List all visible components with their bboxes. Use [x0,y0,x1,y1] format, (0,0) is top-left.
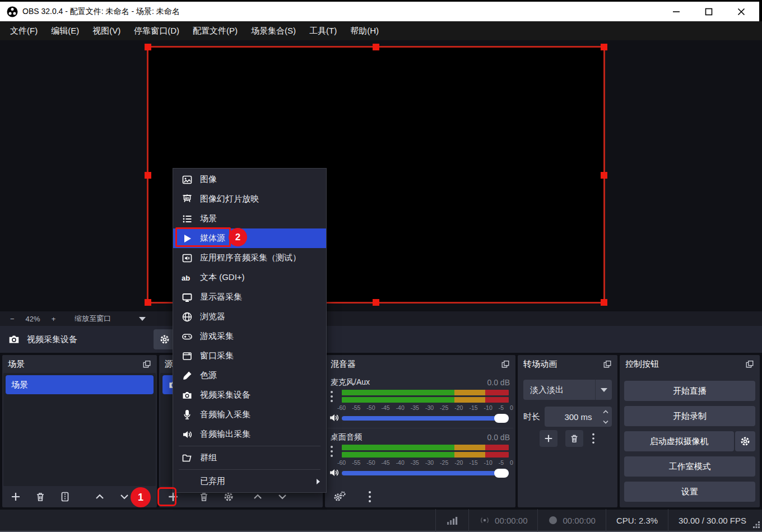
popout-icon[interactable] [745,360,754,368]
volume-meter [342,445,509,459]
popout-icon[interactable] [142,360,151,368]
transition-select[interactable]: 淡入淡出 [523,380,612,400]
advanced-audio-properties-button[interactable] [333,491,346,502]
resize-handle-top-right[interactable] [601,44,607,50]
move-scene-down-button[interactable] [119,491,130,502]
menu-item-audio-output-capture[interactable]: 音频输出采集 [173,424,326,444]
meter-scale-label: -40 [396,404,405,411]
meter-scale-label: -55 [352,404,360,411]
cpu-usage: CPU: 2.3% [606,509,668,531]
menu-docks[interactable]: 停靠窗口(D) [127,21,186,40]
menu-item-window-capture[interactable]: 窗口采集 [173,346,326,366]
zoom-level: 42% [20,315,46,323]
add-scene-button[interactable] [10,491,21,502]
menu-view[interactable]: 视图(V) [86,21,127,40]
start-streaming-button[interactable]: 开始直播 [624,381,755,401]
transition-kebab-menu-icon[interactable] [591,432,596,445]
resize-handle-middle-left[interactable] [145,172,151,179]
menu-item-audio-input-capture[interactable]: 音频输入采集 [173,405,326,424]
resize-handle-top-center[interactable] [373,44,379,50]
meter-scale-label: -20 [454,404,463,411]
menu-item-app-audio-capture[interactable]: 应用程序音频采集（测试） [173,248,326,268]
annotation-box-media-source [175,227,231,247]
duration-decrease-button[interactable] [600,417,612,427]
meter-scale-label: -45 [381,404,389,411]
meter-scale-label: -15 [469,459,477,466]
resize-grip[interactable] [752,521,760,529]
remove-scene-button[interactable] [35,491,46,502]
menu-separator [173,468,326,472]
start-virtual-camera-button[interactable]: 启动虚拟摄像机 [624,431,734,451]
kebab-menu-icon[interactable] [329,445,334,458]
move-source-down-button[interactable] [277,491,288,502]
menu-item-color-source[interactable]: 色源 [173,366,326,385]
menu-tools[interactable]: 工具(T) [303,21,343,40]
menu-item-text-gdi[interactable]: ab 文本 (GDI+) [173,268,326,287]
menu-edit[interactable]: 编辑(E) [44,21,86,40]
transitions-panel: 转场动画 淡入淡出 时长 300 ms [518,355,617,507]
zoom-out-button[interactable]: − [4,315,20,323]
menu-item-browser[interactable]: 浏览器 [173,307,326,326]
menu-help[interactable]: 帮助(H) [343,21,385,40]
meter-scale-label: -30 [425,459,434,466]
resize-handle-bottom-left[interactable] [145,299,151,306]
menu-item-game-capture[interactable]: 游戏采集 [173,326,326,346]
volume-slider-handle[interactable] [494,469,509,478]
start-recording-button[interactable]: 开始录制 [624,406,755,426]
resize-handle-bottom-right[interactable] [601,299,607,306]
menu-item-scene[interactable]: 场景 [173,209,326,228]
menu-file[interactable]: 文件(F) [3,21,44,40]
zoom-dropdown-caret-icon[interactable] [139,317,146,321]
studio-mode-button[interactable]: 工作室模式 [624,456,755,477]
menu-item-slideshow[interactable]: 图像幻灯片放映 [173,189,326,209]
menu-item-image[interactable]: 图像 [173,170,326,189]
maximize-button[interactable] [693,2,725,21]
resize-handle-top-left[interactable] [145,44,151,50]
remove-transition-button[interactable] [565,430,583,447]
duration-spinbox[interactable]: 300 ms [545,407,612,427]
channel-name: 桌面音频 [331,432,362,442]
source-properties-button[interactable] [223,491,234,502]
scene-list-item[interactable]: 场景 [6,375,154,394]
meter-scale-label: -15 [469,404,477,411]
volume-slider[interactable] [342,416,509,421]
popout-icon[interactable] [501,360,510,368]
menu-scene-collection[interactable]: 场景集合(S) [244,21,303,40]
duration-increase-button[interactable] [600,407,612,417]
volume-slider-handle[interactable] [494,414,509,423]
kebab-menu-icon[interactable] [329,390,334,403]
mute-speaker-icon[interactable] [328,412,340,423]
remove-source-button[interactable] [198,491,210,502]
zoom-in-button[interactable]: + [46,315,62,323]
menu-profile[interactable]: 配置文件(P) [186,21,244,40]
menu-item-deprecated[interactable]: 已弃用 [173,472,326,491]
volume-slider[interactable] [342,471,509,475]
menu-item-group[interactable]: 群组 [173,448,326,468]
minimize-button[interactable] [660,2,693,21]
close-button[interactable] [725,2,758,21]
menu-item-video-capture-device[interactable]: 视频采集设备 [173,385,326,405]
fit-to-window-label[interactable]: 缩放至窗口 [69,314,117,324]
scenes-panel: 场景 场景 [2,355,157,507]
meter-scale-label: -50 [366,404,375,411]
speaker-icon [181,429,193,440]
mixer-toolbar [325,486,515,507]
scene-filters-button[interactable] [59,491,71,502]
resize-handle-bottom-center[interactable] [373,299,379,306]
settings-button[interactable]: 设置 [624,482,755,502]
signal-bars-icon [446,515,458,526]
meter-scale-label: -20 [454,459,463,466]
move-source-up-button[interactable] [252,491,263,502]
broadcast-icon [479,515,490,526]
menu-item-display-capture[interactable]: 显示器采集 [173,287,326,307]
resize-handle-middle-right[interactable] [601,172,607,179]
add-transition-button[interactable] [540,430,557,447]
move-scene-up-button[interactable] [94,491,105,502]
kebab-menu-icon[interactable] [368,490,372,503]
mute-speaker-icon[interactable] [328,467,340,478]
preview-area[interactable] [0,40,762,311]
virtual-camera-settings-button[interactable] [735,431,755,451]
popout-icon[interactable] [603,360,612,368]
browser-icon [181,311,193,323]
selected-source-name: 视频采集设备 [27,334,77,345]
